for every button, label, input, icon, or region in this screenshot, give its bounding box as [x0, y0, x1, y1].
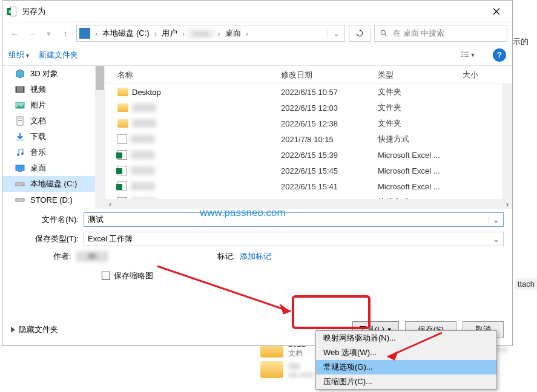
sidebar-item-pictures[interactable]: 图片 [2, 97, 105, 113]
sidebar-item-video[interactable]: 视频 [2, 82, 105, 97]
bc-user-redacted[interactable]: xxxx [187, 29, 215, 38]
nav-up[interactable]: ↑ [58, 26, 73, 41]
tag-label: 标记: [217, 251, 236, 262]
folder-icon [117, 88, 128, 96]
svg-rect-12 [23, 87, 24, 93]
file-row[interactable]: Desktop2022/6/15 10:57文件夹 [105, 84, 512, 100]
file-row[interactable]: 2021/7/8 10:15快捷方式 [105, 131, 512, 147]
excel-icon: X [6, 6, 17, 17]
organize-button[interactable]: 组织 [8, 50, 29, 60]
menu-web-options[interactable]: Web 选项(W)... [316, 345, 496, 360]
file-row[interactable]: 2022/6/15 15:39Microsoft Excel ... [105, 147, 512, 163]
svg-rect-1 [11, 7, 16, 16]
doc-icon [15, 116, 25, 126]
bg-sub: 文档 [288, 348, 306, 359]
col-size[interactable]: 大小 [463, 70, 512, 80]
redacted-filename [131, 182, 155, 191]
filename-input[interactable]: 测试 ⌄ [84, 212, 504, 227]
menu-general-options[interactable]: 常规选项(G)... [316, 360, 496, 374]
search-input[interactable]: 在 桌面 中搜索 [374, 25, 507, 42]
shortcut-icon [117, 134, 127, 144]
newfolder-button[interactable]: 新建文件夹 [39, 50, 78, 60]
savetype-label: 保存类型(T): [11, 234, 84, 244]
svg-point-3 [381, 30, 385, 34]
file-list-header[interactable]: 名称 修改日期 类型 大小 [105, 66, 512, 84]
svg-point-20 [21, 152, 24, 155]
nav-forward[interactable]: → [24, 26, 39, 41]
menu-compress[interactable]: 压缩图片(C)... [316, 374, 496, 389]
file-row[interactable]: 2022/6/15 15:45Microsoft Excel ... [105, 163, 512, 178]
excel-file-icon [117, 181, 127, 191]
svg-rect-8 [464, 54, 469, 54]
drive-icon [15, 194, 25, 205]
author-value-redacted[interactable]: xx [76, 251, 108, 262]
refresh-button[interactable] [349, 25, 371, 42]
file-row[interactable]: 2022/6/15 12:03文件夹 [105, 100, 512, 116]
filename-label: 文件名(N): [11, 214, 84, 225]
close-button[interactable] [484, 2, 509, 21]
search-icon [380, 29, 388, 38]
sidebar-scrollbar[interactable] [95, 66, 105, 209]
save-as-dialog: X 另存为 ← → ▾ ↑ › 本地磁盘 (C:) › 用户 › xxxx › … [2, 0, 513, 346]
svg-rect-9 [464, 56, 469, 56]
file-row[interactable]: 2022/6/15 15:41Microsoft Excel ... [105, 178, 512, 194]
svg-rect-6 [461, 56, 463, 56]
sidebar-item-desktop[interactable]: 桌面 [2, 160, 105, 176]
bc-drive[interactable]: 本地磁盘 (C:) [100, 28, 151, 39]
breadcrumb[interactable]: › 本地磁盘 (C:) › 用户 › xxxx › 桌面 › ⌄ [76, 25, 345, 42]
redacted-filename [131, 135, 155, 143]
svg-rect-16 [18, 119, 22, 119]
file-hscrollbar[interactable]: ‹› [105, 199, 512, 209]
dialog-title: 另存为 [22, 6, 484, 17]
redacted-filename [131, 151, 155, 159]
redacted-filename [132, 103, 156, 112]
tag-add[interactable]: 添加标记 [240, 251, 271, 262]
bc-desktop[interactable]: 桌面 [223, 28, 243, 39]
folder-icon [260, 361, 283, 378]
file-row[interactable]: 2022/6/15 12:38文件夹 [105, 116, 512, 131]
file-list: 名称 修改日期 类型 大小 Desktop2022/6/15 10:57文件夹2… [105, 66, 512, 209]
picture-icon [15, 100, 25, 111]
nav-bar: ← → ▾ ↑ › 本地磁盘 (C:) › 用户 › xxxx › 桌面 › ⌄… [2, 22, 512, 44]
sidebar-item-store-d[interactable]: STORE (D:) [2, 192, 105, 207]
menu-map-drive[interactable]: 映射网络驱动器(N)... [316, 331, 496, 345]
view-options[interactable]: ▼ [453, 48, 483, 62]
thumbnail-label: 保存缩略图 [114, 270, 153, 281]
svg-rect-5 [461, 54, 463, 54]
hide-folders-toggle[interactable]: 隐藏文件夹 [11, 324, 58, 335]
file-vscrollbar[interactable] [502, 84, 512, 199]
svg-rect-17 [18, 120, 22, 121]
savetype-select[interactable]: Excel 工作簿 ⌄ [84, 232, 504, 246]
sidebar-item-music[interactable]: 音乐 [2, 145, 105, 160]
help-button[interactable]: ? [493, 48, 506, 62]
col-type[interactable]: 类型 [378, 70, 463, 80]
bc-users[interactable]: 用户 [159, 28, 180, 39]
nav-recent[interactable]: ▾ [41, 26, 56, 41]
desktop-icon [15, 163, 25, 174]
col-date[interactable]: 修改日期 [281, 70, 378, 80]
redacted-filename [132, 119, 156, 128]
nav-back[interactable]: ← [7, 26, 22, 41]
svg-rect-11 [16, 87, 17, 93]
col-name[interactable]: 名称 [105, 70, 281, 80]
folder-icon [117, 119, 128, 128]
toolbar: 组织 新建文件夹 ▼ ? [2, 44, 512, 66]
sidebar-item-local-c[interactable]: 本地磁盘 (C:) [2, 176, 105, 192]
chevron-right-icon [11, 327, 15, 333]
svg-rect-18 [16, 140, 24, 140]
download-icon [15, 131, 25, 142]
watermark: www.passneo.com [200, 207, 286, 219]
excel-file-icon [117, 166, 127, 175]
drive-icon [79, 28, 90, 39]
thumbnail-checkbox[interactable] [102, 272, 110, 280]
svg-rect-21 [16, 165, 24, 171]
svg-point-26 [22, 200, 23, 201]
svg-rect-4 [461, 51, 463, 52]
sidebar-item-documents[interactable]: 文档 [2, 113, 105, 129]
music-icon [15, 147, 25, 158]
video-icon [15, 84, 25, 95]
svg-text:X: X [8, 9, 12, 15]
cube-icon [15, 68, 25, 79]
sidebar-item-3d[interactable]: 3D 对象 [2, 66, 105, 82]
sidebar-item-downloads[interactable]: 下载 [2, 129, 105, 145]
